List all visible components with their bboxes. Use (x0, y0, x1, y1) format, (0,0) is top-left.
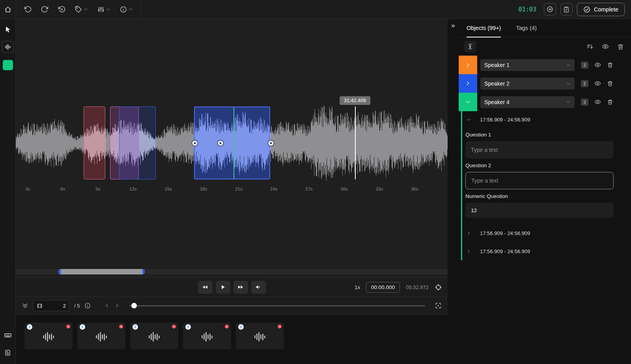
waveform-icon (202, 332, 213, 342)
question1-input[interactable] (465, 141, 614, 159)
frames-info-button[interactable] (84, 302, 91, 309)
instance-row[interactable]: 17:56.909 - 24:56.909 (465, 224, 614, 242)
delete-button[interactable] (607, 99, 613, 105)
playback-speed[interactable]: 1x (355, 284, 360, 290)
info-icon (120, 6, 127, 13)
info-icon[interactable]: i (133, 324, 138, 330)
region-resize-handle[interactable] (269, 140, 274, 146)
info-icon[interactable]: i (238, 324, 244, 330)
object-color-block[interactable] (459, 74, 477, 93)
tags-menu-button[interactable] (75, 6, 88, 13)
reset-annotations-button[interactable] (58, 6, 65, 13)
fast-forward-button[interactable] (233, 281, 248, 294)
object-color-block[interactable] (459, 93, 477, 111)
audio-clip-card[interactable]: i (236, 323, 284, 349)
audio-clip-card[interactable]: i (183, 323, 231, 349)
frame-number-box[interactable]: 2 (33, 300, 69, 311)
collapse-panel-icon[interactable]: » (451, 22, 455, 29)
scrollbar-right-grip[interactable] (142, 269, 145, 274)
timeline-scrollbar[interactable] (16, 266, 448, 277)
rewind-button[interactable] (198, 281, 213, 294)
instance-range: 17:56.909 - 24:56.909 (480, 117, 530, 123)
timeline-scrollbar-track[interactable] (16, 269, 448, 274)
audio-region-tool-button[interactable] (2, 41, 14, 53)
object-color-block[interactable] (459, 56, 477, 74)
annotation-region[interactable] (84, 106, 105, 179)
complete-label: Complete (594, 6, 618, 13)
speaker-class-dropdown[interactable]: Speaker 2 (480, 78, 575, 90)
frame-slider-handle[interactable] (131, 303, 137, 308)
frame-slider[interactable] (129, 300, 425, 311)
info-icon[interactable]: i (80, 324, 85, 330)
toggle-all-visibility-button[interactable] (602, 43, 609, 50)
timeline-scrollbar-handle[interactable] (58, 269, 145, 274)
double-chevron-down-icon (22, 302, 28, 309)
visibility-button[interactable] (594, 80, 601, 87)
collapse-strip-button[interactable] (22, 302, 28, 309)
volume-button[interactable] (251, 281, 266, 294)
waveform-area[interactable]: 3s6s9s12s15s18s21s24s27s30s33s36s 31:42.… (16, 19, 448, 266)
notes-button[interactable] (1, 345, 15, 360)
undo-button[interactable] (24, 6, 32, 13)
audio-clip-card[interactable]: i (130, 323, 178, 349)
object-row[interactable]: Speaker 1 2 (459, 56, 631, 74)
annotation-region[interactable] (194, 106, 270, 179)
info-icon[interactable]: i (27, 324, 32, 330)
adjustments-menu-button[interactable] (97, 6, 110, 13)
annotation-region[interactable] (119, 106, 156, 179)
audio-clip-card[interactable]: i (24, 323, 73, 349)
next-frame-button[interactable] (114, 303, 120, 308)
follow-playhead-button[interactable] (435, 284, 442, 291)
speaker-class-dropdown[interactable]: Speaker 4 (480, 96, 575, 108)
current-time[interactable]: 00:00.000 (366, 282, 400, 293)
chevron-down-icon (84, 7, 88, 11)
shortcuts-button[interactable] (1, 328, 15, 343)
info-menu-button[interactable] (120, 6, 133, 13)
submit-next-button[interactable] (544, 3, 556, 15)
redo-button[interactable] (41, 6, 49, 13)
visibility-button[interactable] (594, 99, 601, 105)
eye-icon (594, 80, 601, 87)
delete-button[interactable] (607, 80, 613, 87)
waveform-tool-icon (4, 43, 11, 50)
tasks-button[interactable] (560, 3, 573, 15)
audio-clip-card[interactable]: i (77, 323, 125, 349)
visibility-button[interactable] (594, 62, 601, 68)
pointer-tool-button[interactable] (1, 22, 15, 37)
play-button[interactable] (216, 281, 230, 294)
region-resize-handle[interactable] (218, 140, 223, 146)
info-icon[interactable]: i (185, 324, 191, 330)
chevron-down-icon (566, 100, 571, 105)
frame-slider-track[interactable] (129, 305, 425, 306)
sort-objects-button[interactable] (586, 43, 594, 50)
instance-header[interactable]: 17:56.909 - 24:56.909 (465, 111, 614, 128)
sort-icon (586, 43, 594, 50)
waveform-icon (255, 332, 265, 342)
delete-button[interactable] (607, 62, 613, 68)
numeric-question-input[interactable] (465, 203, 614, 218)
object-row[interactable]: Speaker 2 2 (459, 74, 631, 93)
playhead[interactable] (355, 106, 356, 179)
complete-button[interactable]: Complete (577, 3, 625, 16)
pointer-icon (4, 26, 12, 34)
home-button[interactable] (0, 0, 16, 19)
region-resize-handle[interactable] (192, 140, 198, 146)
frame-number[interactable]: 2 (46, 303, 66, 309)
instance-row[interactable]: 17:56.909 - 24:56.909 (465, 242, 614, 260)
delete-all-button[interactable] (617, 43, 624, 50)
question2-input[interactable] (465, 172, 614, 189)
notes-icon (4, 349, 11, 356)
tab-objects[interactable]: Objects (99+) (467, 19, 501, 37)
speaker-class-dropdown[interactable]: Speaker 1 (480, 59, 575, 71)
frames-bar: 2 / 5 (16, 297, 448, 314)
object-row[interactable]: Speaker 4 3 (459, 93, 631, 111)
scrollbar-left-grip[interactable] (58, 269, 61, 274)
active-class-color-swatch[interactable] (3, 60, 13, 70)
tab-tags[interactable]: Tags (4) (516, 19, 536, 37)
tag-icon (75, 6, 82, 13)
panel-settings-button[interactable] (464, 41, 476, 52)
prev-frame-button[interactable] (104, 303, 110, 308)
focus-view-button[interactable] (435, 302, 442, 309)
speaker-name: Speaker 2 (484, 80, 510, 87)
chevron-right-icon (466, 231, 471, 236)
